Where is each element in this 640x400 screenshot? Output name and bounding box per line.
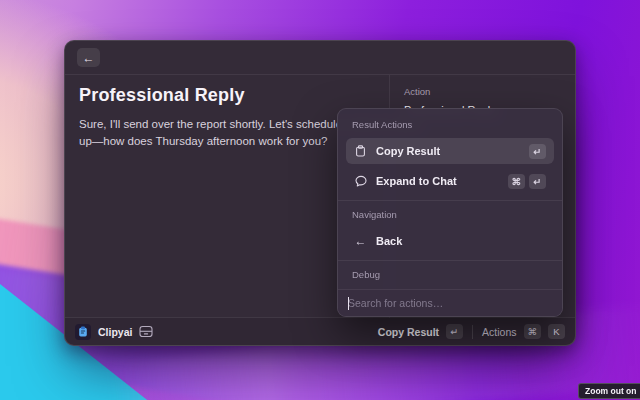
menu-item-label: Expand to Chat: [376, 175, 457, 187]
back-button[interactable]: ←: [77, 48, 100, 67]
action-search-bar: [338, 289, 562, 316]
k-key-badge: K: [548, 324, 565, 339]
clipboard-logo-icon: [78, 326, 88, 337]
command-key-badge: ⌘: [508, 174, 526, 189]
app-name: Clipyai: [98, 326, 132, 338]
metadata-label: Action: [404, 86, 561, 97]
action-search-input[interactable]: [348, 297, 552, 309]
section-header-debug: Debug: [352, 269, 554, 280]
window-header: ←: [65, 41, 575, 75]
shortcut-keys: ↵: [529, 144, 546, 159]
menu-item-expand-to-chat[interactable]: Expand to Chat ⌘ ↵: [346, 168, 554, 194]
return-key-badge: ↵: [529, 174, 546, 189]
desktop: { "window": { "back_icon": "←", "main": …: [0, 0, 640, 400]
menu-item-back[interactable]: ← Back: [346, 228, 554, 254]
menu-item-copy-result[interactable]: Copy Result ↵: [346, 138, 554, 164]
drawer-icon: [139, 325, 153, 338]
arrow-left-icon: ←: [83, 51, 95, 65]
result-text-line1: Sure, I'll send over the report shortly.…: [79, 116, 375, 133]
action-panel-popover: Result Actions Copy Result ↵ Expand to C…: [337, 108, 563, 317]
actions-menu-button[interactable]: Actions: [482, 326, 516, 338]
zoom-out-tooltip: Zoom out on: [578, 383, 640, 399]
return-key-badge: ↵: [529, 144, 546, 159]
status-bar: Clipyai Copy Result ↵ Actions ⌘ K: [65, 317, 575, 345]
chat-bubble-icon: [354, 175, 367, 187]
result-text-line2: up—how does Thursday afternoon work for …: [79, 133, 375, 150]
section-divider: [338, 260, 562, 261]
copy-result-button[interactable]: Copy Result: [378, 326, 439, 338]
return-key-badge: ↵: [446, 324, 463, 339]
action-list: Result Actions Copy Result ↵ Expand to C…: [338, 109, 562, 289]
shortcut-keys: ⌘ ↵: [508, 174, 547, 189]
status-bar-right: Copy Result ↵ Actions ⌘ K: [378, 324, 565, 339]
status-bar-divider: [472, 325, 473, 339]
section-header-result-actions: Result Actions: [352, 119, 554, 130]
arrow-left-icon: ←: [354, 234, 367, 248]
command-key-badge: ⌘: [524, 324, 542, 339]
clipyai-app-icon: [75, 324, 91, 340]
section-divider: [338, 200, 562, 201]
page-title: Professional Reply: [79, 85, 375, 106]
menu-item-label: Copy Result: [376, 145, 440, 157]
clipboard-icon: [354, 145, 367, 157]
text-caret: [348, 297, 349, 310]
section-header-navigation: Navigation: [352, 209, 554, 220]
menu-item-label: Back: [376, 235, 402, 247]
